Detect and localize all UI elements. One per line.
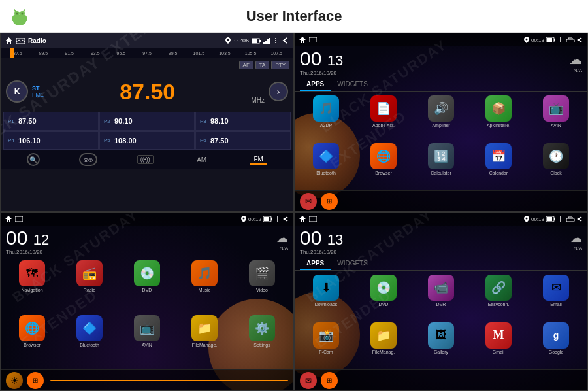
svg-rect-32	[566, 39, 574, 42]
btn-ta[interactable]: TA	[255, 61, 270, 69]
app-bluetooth[interactable]: 🔷 Bluetooth	[313, 143, 339, 188]
menu-s3[interactable]	[274, 216, 281, 222]
svg-line-7	[24, 10, 25, 12]
shop-s4[interactable]	[566, 216, 575, 222]
app-dvd-home[interactable]: 💿 DVD	[134, 260, 160, 313]
preset-p5[interactable]: P5 108.00	[99, 131, 195, 150]
dock-envelope[interactable]: ✉	[300, 193, 317, 210]
antenna-btn[interactable]: ((•))	[137, 155, 154, 164]
menu-s4[interactable]	[557, 216, 564, 222]
next-btn[interactable]: ›	[269, 82, 288, 101]
apps2-row1: ⬇ Downloads 💿 DVD 📹 DVR 🔗 Easyconn. ✉	[295, 271, 587, 321]
dock-grid2[interactable]: ⊞	[27, 372, 44, 389]
app-filemanager-2[interactable]: 📁 FileManag.	[370, 322, 397, 367]
app-settings[interactable]: ⚙️ Settings	[249, 315, 275, 367]
tab-apps-1[interactable]: APPS	[300, 78, 331, 91]
app-amplifier[interactable]: 🔊 Amplifier	[428, 95, 454, 141]
app-a2dp[interactable]: 🎵 A2DP	[313, 95, 339, 141]
app-dvr[interactable]: 📹 DVR	[428, 275, 454, 320]
home-status-bar: 00:12	[1, 212, 293, 226]
app-downloads[interactable]: ⬇ Downloads	[313, 275, 339, 320]
back-s2[interactable]	[577, 37, 583, 42]
svg-point-30	[560, 39, 561, 41]
app-bluetooth-home[interactable]: 🔷 Bluetooth	[76, 315, 103, 367]
app-gallery[interactable]: 🖼 Gallery	[428, 322, 454, 367]
battery-s2	[546, 37, 555, 42]
preset-p1[interactable]: P1 87.50	[3, 112, 99, 131]
svg-point-41	[277, 220, 278, 222]
svg-point-40	[277, 218, 278, 220]
dock-grid-2[interactable]: ⊞	[321, 372, 338, 389]
app-email[interactable]: ✉ Email	[543, 275, 569, 320]
tab-apps-2[interactable]: APPS	[300, 258, 331, 270]
app-calendar[interactable]: 📅 Calendar	[485, 143, 512, 188]
home-icon[interactable]	[5, 37, 13, 45]
app-video[interactable]: 🎬 Video	[249, 260, 275, 313]
dock-envelope-2[interactable]: ✉	[300, 372, 317, 389]
app-clock[interactable]: 🕐 Clock	[543, 143, 569, 188]
app-browser-home[interactable]: 🌐 Browser	[19, 315, 45, 367]
app-easyconn[interactable]: 🔗 Easyconn.	[485, 275, 512, 320]
svg-point-4	[16, 13, 18, 15]
app-dvd-2[interactable]: 💿 DVD	[370, 275, 397, 320]
k-button[interactable]: K	[6, 80, 28, 103]
preset-p4[interactable]: P4 106.10	[3, 131, 99, 150]
svg-rect-51	[566, 218, 574, 222]
home-icon-s3[interactable]	[5, 215, 12, 223]
svg-point-29	[560, 37, 561, 39]
app-filemanager-home[interactable]: 📁 FileManage.	[191, 315, 218, 367]
radio-time: 00:06	[234, 37, 249, 44]
app-acrobat[interactable]: 📄 Adobe Acr.	[370, 95, 397, 141]
app-google[interactable]: g Google	[543, 322, 569, 367]
app-radio-home[interactable]: 📻 Radio	[76, 260, 103, 313]
apps1-tabs: APPS WIDGETS	[295, 78, 587, 92]
home-icon-s2[interactable]	[299, 36, 306, 44]
back-s3[interactable]	[283, 216, 289, 222]
app-navigation[interactable]: 🗺 Navigation	[19, 260, 45, 313]
apps-row-1: 🎵 A2DP 📄 Adobe Acr. 🔊 Amplifier 📦 ApkIns…	[295, 92, 587, 142]
tab-widgets-2[interactable]: WIDGETS	[331, 258, 374, 270]
header: User Interface	[0, 0, 588, 33]
preset-p3[interactable]: P3 98.10	[195, 112, 291, 131]
radio-title: Radio	[28, 37, 46, 44]
tab-widgets-1[interactable]: WIDGETS	[331, 78, 374, 91]
app-gmail[interactable]: M Gmail	[485, 322, 512, 367]
home-apps-row2: 🌐 Browser 🔷 Bluetooth 📺 AVIN 📁 FileManag…	[1, 314, 293, 370]
svg-marker-33	[5, 216, 12, 222]
app-avin-home[interactable]: 📺 AVIN	[134, 315, 160, 367]
svg-rect-16	[263, 42, 265, 44]
app-apkinstaller[interactable]: 📦 ApkInstalle.	[485, 95, 512, 141]
search-btn[interactable]: 🔍	[27, 153, 40, 166]
screen-home: BLACK SATURDAY EXTENDED	[0, 212, 294, 391]
apps1-clock: 00 13 Thu,2016/10/20 ☁ N/A	[295, 46, 587, 78]
battery-icon	[252, 38, 261, 44]
mode-am[interactable]: AM	[193, 156, 210, 164]
preset-p6[interactable]: P6 87.50	[195, 131, 291, 150]
dock-grid[interactable]: ⊞	[321, 193, 338, 210]
back-s4[interactable]	[577, 216, 583, 222]
menu-s2[interactable]	[557, 37, 564, 43]
back-icon-radio[interactable]	[282, 37, 289, 44]
preset-p2[interactable]: P2 90.10	[99, 112, 195, 131]
menu-icon-radio[interactable]	[272, 37, 279, 44]
shop-s2[interactable]	[566, 37, 575, 42]
freq-unit: MHz	[251, 97, 265, 104]
home-time: 00:12	[248, 216, 261, 222]
dock-sun[interactable]: ☀	[6, 372, 23, 389]
svg-rect-47	[554, 218, 555, 220]
btn-af[interactable]: AF	[239, 61, 253, 69]
svg-rect-19	[269, 38, 270, 44]
mode-fm[interactable]: FM	[250, 155, 267, 165]
apps2-weather: ☁ N/A	[570, 231, 582, 251]
home-icon-s4[interactable]	[299, 215, 306, 223]
app-fcam[interactable]: 📸 F-Cam	[313, 322, 339, 367]
eq-btn[interactable]: ◎◎	[79, 153, 97, 166]
svg-point-49	[560, 218, 561, 220]
app-browser[interactable]: 🌐 Browser	[370, 143, 397, 188]
svg-rect-8	[12, 16, 14, 21]
app-music[interactable]: 🎵 Music	[191, 260, 218, 313]
btn-pty[interactable]: PTY	[271, 61, 289, 69]
app-avin[interactable]: 📺 AVIN	[543, 95, 569, 141]
svg-rect-28	[554, 39, 555, 41]
app-calculator[interactable]: 🔢 Calculator	[428, 143, 454, 188]
